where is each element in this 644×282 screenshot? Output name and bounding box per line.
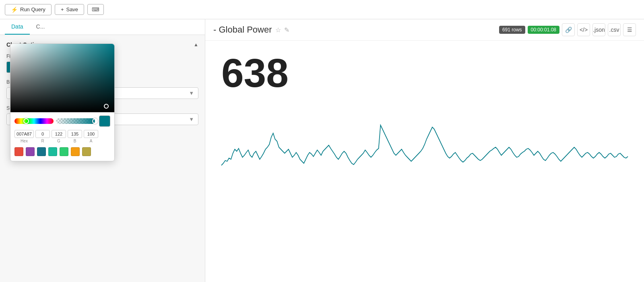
color-inputs: 007A87 Hex 0 R 122 G 135 B 100 A — [10, 128, 114, 145]
big-number-display: 638 — [221, 53, 289, 93]
sparkline-area — [221, 101, 628, 274]
r-input[interactable]: 0 — [35, 130, 50, 138]
chevron-down-icon: ▼ — [189, 90, 194, 96]
collapse-icon[interactable]: ▲ — [194, 42, 198, 47]
hue-alpha-row — [10, 112, 114, 128]
swatch-turquoise[interactable] — [48, 147, 57, 156]
g-input[interactable]: 122 — [52, 130, 66, 138]
tab-data[interactable]: Data — [5, 19, 30, 35]
color-gradient-area[interactable] — [10, 44, 114, 112]
swatch-olive[interactable] — [82, 147, 91, 156]
menu-button[interactable]: ☰ — [623, 23, 636, 36]
run-query-button[interactable]: ⚡ Run Query — [5, 4, 52, 15]
hex-input[interactable]: 007A87 — [14, 130, 34, 138]
alpha-cursor — [92, 118, 98, 124]
json-button[interactable]: .json — [592, 23, 605, 36]
edit-icon[interactable]: ✎ — [284, 26, 289, 34]
left-panel: Data C... Chart Optio... ▲ Fixed Colo...… — [0, 19, 205, 282]
swatch-purple[interactable] — [26, 147, 35, 156]
rows-badge: 691 rows — [499, 26, 525, 34]
r-label: R — [41, 139, 44, 143]
hex-input-group: 007A87 Hex — [14, 130, 34, 143]
color-gradient-cursor — [104, 104, 109, 109]
tab-customize[interactable]: C... — [30, 19, 52, 35]
plus-icon: + — [61, 6, 64, 12]
code-button[interactable]: </> — [577, 23, 590, 36]
right-panel: - Global Power ☆ ✎ 691 rows 00:00:01.08 … — [205, 19, 644, 282]
color-picker-popup: 007A87 Hex 0 R 122 G 135 B 100 A — [10, 43, 115, 161]
color-preview — [99, 115, 110, 127]
hue-cursor — [23, 118, 29, 124]
hue-bar[interactable] — [14, 118, 54, 124]
chart-title: - Global Power — [213, 25, 272, 35]
a-label: A — [90, 139, 93, 143]
link-button[interactable]: 🔗 — [562, 23, 575, 36]
swatch-orange[interactable] — [71, 147, 80, 156]
alpha-bar[interactable] — [56, 118, 95, 124]
b-label: B — [74, 139, 76, 143]
chart-toolbar: 691 rows 00:00:01.08 🔗 </> .json .csv ☰ — [499, 23, 636, 36]
color-swatches — [10, 145, 114, 156]
swatch-red[interactable] — [14, 147, 23, 156]
chart-header: - Global Power ☆ ✎ 691 rows 00:00:01.08 … — [205, 19, 644, 41]
g-input-group: 122 G — [52, 130, 66, 143]
swatch-teal-dark[interactable] — [37, 147, 46, 156]
hex-label: Hex — [21, 139, 28, 143]
keyboard-button[interactable]: ⌨ — [87, 4, 104, 15]
toolbar: ⚡ Run Query + Save ⌨ — [0, 0, 644, 19]
a-input[interactable]: 100 — [84, 130, 98, 138]
b-input-group: 135 B — [68, 130, 82, 143]
lightning-icon: ⚡ — [11, 6, 18, 13]
sparkline-chart — [221, 101, 628, 189]
b-input[interactable]: 135 — [68, 130, 82, 138]
save-button[interactable]: + Save — [55, 4, 84, 15]
chevron-down-icon-2: ▼ — [189, 116, 194, 122]
keyboard-icon: ⌨ — [92, 6, 99, 12]
chart-area: 638 — [205, 41, 644, 282]
star-icon[interactable]: ☆ — [275, 26, 281, 34]
g-label: G — [57, 139, 60, 143]
chart-title-area: - Global Power ☆ ✎ — [213, 25, 289, 35]
a-input-group: 100 A — [84, 130, 98, 143]
r-input-group: 0 R — [35, 130, 50, 143]
csv-button[interactable]: .csv — [608, 23, 621, 36]
panel-tabs: Data C... — [0, 19, 205, 35]
timer-badge: 00:00:01.08 — [528, 26, 559, 34]
main-content: Data C... Chart Optio... ▲ Fixed Colo...… — [0, 19, 644, 282]
swatch-green[interactable] — [60, 147, 68, 156]
